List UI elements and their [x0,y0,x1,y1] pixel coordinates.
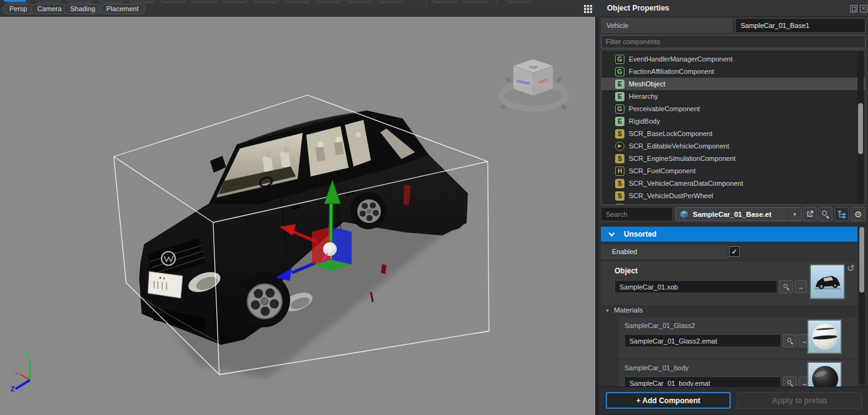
toolbar-button-cutoff[interactable] [160,0,186,3]
component-label: PerceivableComponent [629,105,700,112]
view-button-camera[interactable]: Camera [30,4,68,14]
triangle-down-icon: ▾ [606,307,609,314]
toolbar-button-cutoff[interactable] [463,0,488,3]
materials-label: Materials [614,306,643,314]
component-type-icon: E [615,80,624,89]
viewport-3d[interactable]: E S N W TOP FRONT LEFT Y x Z [0,17,595,415]
component-label: RigidBody [629,117,660,125]
object-search-button[interactable] [779,280,793,293]
open-prefab-button[interactable] [803,207,817,221]
component-label: SCR_VehicleCameraDataComponent [629,180,743,187]
enabled-checkbox[interactable] [729,246,740,257]
object-thumbnail[interactable] [810,264,845,299]
component-row[interactable]: S SCR_VehicleCameraDataComponent [601,177,865,189]
material-search-button[interactable] [783,376,797,386]
axis-x-label: x [16,370,19,376]
add-component-button[interactable]: + Add Component [606,392,731,409]
material-thumbnail[interactable] [807,362,842,386]
toolbar-button-cutoff[interactable] [347,0,372,3]
toolbar-button-cutoff[interactable] [254,0,279,3]
view-button-placement[interactable]: Placement [99,4,145,14]
component-row[interactable]: ▶ SCR_EditableVehicleComponent [601,140,865,152]
toolbar-button-cutoff[interactable] [222,0,248,3]
hierarchy-view-button[interactable] [834,207,849,221]
component-row[interactable]: S SCR_BaseLockComponent [601,127,865,140]
material-group: SampleCar_01_body .. [618,360,857,386]
component-label: Hierarchy [629,93,658,100]
view-button-shading[interactable]: Shading [63,4,102,14]
component-row[interactable]: E RigidBody [601,115,865,127]
component-type-icon: E [615,117,624,126]
vehicle-name-field[interactable] [735,18,866,33]
material-file-input[interactable] [624,334,781,347]
component-row[interactable]: H SCR_FuelComponent [601,165,865,177]
search-icon [822,211,829,217]
material-thumbnail[interactable] [807,319,842,354]
scrollbar-thumb[interactable] [858,103,863,154]
component-type-icon: S [615,179,624,188]
properties-scroll-area[interactable]: Unsorted Enabled Object .. ↺ [598,224,868,386]
search-icon [787,338,793,344]
toolbar-button-cutoff[interactable] [36,0,62,3]
active-tab-indicator [4,0,26,2]
apply-to-prefab-button[interactable]: Apply to prefab [737,392,862,409]
toolbar-button-cutoff[interactable] [98,0,124,3]
toolbar-button-cutoff[interactable] [378,0,403,3]
close-icon[interactable]: × [860,5,867,12]
viewport-scene: E S N W TOP FRONT LEFT Y x Z [0,17,595,415]
materials-section-header[interactable]: ▾ Materials [606,306,643,314]
component-row[interactable]: E Hierarchy [601,90,865,103]
component-list-scrollbar[interactable] [857,51,864,204]
component-row[interactable]: S SCR_EngineSimulationComponent [601,152,865,165]
toolbar-button-cutoff[interactable] [316,0,341,3]
toolbar-button-cutoff[interactable] [191,0,217,3]
panel-title: Object Properties [607,4,669,12]
material-file-input[interactable] [624,376,781,386]
enabled-row: Enabled [601,244,857,259]
material-name: SampleCar_01_Glass2 [624,322,695,329]
toolbar-button-cutoff[interactable] [67,0,93,3]
object-properties-panel: Object Properties × Vehicle G EventHandl… [598,0,868,415]
float-window-icon[interactable] [850,5,857,12]
object-file-input[interactable] [614,280,777,293]
object-browse-button[interactable]: .. [795,280,807,293]
search-button[interactable] [818,207,833,221]
component-type-icon: ▶ [615,142,624,151]
chevron-down-icon[interactable]: ▾ [788,208,801,221]
toolbar-button-cutoff[interactable] [432,0,457,3]
toolbar-button-cutoff[interactable] [129,0,155,3]
search-icon [783,284,789,290]
panel-header: Object Properties × [598,0,868,17]
component-type-icon: S [615,129,624,139]
gear-icon: ⚙ [854,209,862,219]
object-property-group: Object .. ↺ [601,262,857,305]
component-row[interactable]: G FactionAffiliationComponent [601,65,865,78]
search-row: SampleCar_01_Base.et ▾ ⚙ [598,207,868,221]
filter-components-input[interactable] [601,35,866,48]
component-type-icon: H [615,166,624,176]
properties-scrollbar[interactable] [859,226,865,385]
settings-button[interactable]: ⚙ [851,207,866,221]
object-label: Object [614,267,637,275]
search-input[interactable] [601,207,673,221]
component-row[interactable]: G PerceivableComponent [601,103,865,115]
reset-icon[interactable]: ↺ [847,263,855,274]
prefab-selector-button[interactable]: SampleCar_01_Base.et ▾ [675,207,802,221]
scrollbar-thumb[interactable] [859,227,864,293]
component-row[interactable]: S [601,202,865,205]
component-row[interactable]: S SCR_VehicleDustPerWheel [601,189,865,202]
toolbar-button-cutoff[interactable] [506,0,532,3]
axis-y-label: Y [25,352,30,359]
section-header-unsorted[interactable]: Unsorted [601,227,857,242]
component-row[interactable]: E MeshObject [601,78,865,90]
grid-icon[interactable] [583,4,593,14]
component-list[interactable]: G EventHandlerManagerComponent G Faction… [601,50,866,205]
view-button-persp[interactable]: Persp [2,4,34,14]
component-type-icon: G [615,67,624,76]
toolbar-button-cutoff[interactable] [285,0,310,3]
gizmo-center-handle[interactable] [323,242,337,256]
material-search-button[interactable] [783,334,797,347]
component-label: SCR_BaseLockComponent [629,130,713,137]
component-type-icon: G [615,104,624,114]
component-row[interactable]: G EventHandlerManagerComponent [601,53,865,65]
